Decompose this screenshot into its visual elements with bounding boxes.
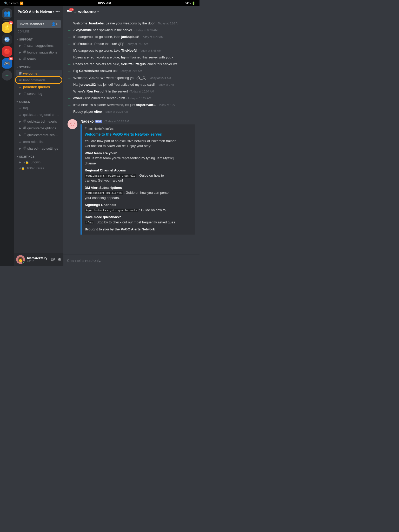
- category-arrow-system: ▼: [16, 66, 18, 69]
- status-bar-search-label: Search: [9, 2, 18, 5]
- channel-hash-icon: #: [19, 105, 22, 110]
- channel-name-100iv-rares: 100iv_rares: [26, 166, 44, 170]
- category-system[interactable]: ▼ SYSTEM: [14, 62, 63, 70]
- battery-label: 94%: [185, 2, 191, 5]
- svg-text:PG: PG: [5, 38, 9, 41]
- server-name: PoGO Alerts Network: [18, 10, 55, 14]
- channel-lounge-suggestions[interactable]: ▶ # lounge_suggestions: [16, 49, 62, 56]
- wifi-icon: 📶: [20, 2, 24, 5]
- notification-badge: 34: [69, 8, 74, 11]
- channel-area-roles[interactable]: # area-roles-list: [16, 138, 62, 145]
- channel-hash-icon: #: [23, 126, 26, 130]
- channel-name-quickstart-dm: quickstart-dm-alerts: [27, 119, 57, 123]
- message-text: dwa95 just joined the server - glhf! · T…: [73, 96, 195, 101]
- channel-bot-commands[interactable]: # bot-commands: [16, 77, 62, 83]
- bot-header: Nadeko BOT · Today at 10:25 AM: [81, 119, 195, 123]
- channel-collapse-arrow: ▶: [19, 44, 21, 47]
- channel-title: # welcome ▼: [74, 9, 99, 14]
- channel-quickstart-sightings[interactable]: ▶ # quickstart-sightings-chan...: [16, 125, 62, 131]
- channel-collapse-arrow: ▶: [19, 92, 21, 95]
- server-icon-pokemon2[interactable]: 🎮 21: [2, 58, 12, 69]
- channel-forms[interactable]: ▶ # forms: [16, 56, 62, 62]
- channel-quickstart-dm[interactable]: ▶ # quickstart-dm-alerts: [16, 118, 62, 125]
- message-text: Big GeraldoNeto showed up! · Today at 9:…: [73, 69, 195, 73]
- channel-collapse-arrow: ▶: [19, 127, 21, 130]
- category-arrow-guides: ▼: [16, 101, 18, 103]
- embed-title: Welcome to the PoGO Alerts Network serve…: [85, 132, 192, 136]
- add-server-button[interactable]: +: [2, 70, 12, 81]
- category-arrow-support: ▼: [16, 38, 18, 41]
- channel-hash-icon: #: [19, 112, 22, 117]
- category-system-label: SYSTEM: [19, 66, 31, 69]
- channel-shared-map[interactable]: ▶ # shared-map-settings: [16, 145, 62, 152]
- channel-dropdown-arrow[interactable]: ▼: [97, 10, 99, 13]
- channel-collapse-arrow: ▶: [19, 58, 21, 61]
- invite-members-button[interactable]: Invite Members 👤+: [17, 20, 61, 28]
- server-icon-pokemon1[interactable]: 🔴: [2, 46, 12, 57]
- join-arrow-icon: →: [68, 83, 71, 87]
- category-arrow-sightings: ▼: [16, 156, 18, 158]
- join-arrow-icon: →: [68, 69, 71, 73]
- bot-tag: BOT: [95, 120, 102, 123]
- server-menu-icon[interactable]: •••: [55, 9, 60, 14]
- svg-point-6: [74, 123, 74, 124]
- embed-from: From: HokiePokeDad: [85, 127, 192, 131]
- channel-hash-icon: #: [23, 50, 26, 55]
- channel-sidebar: PoGO Alerts Network ••• Invite Members 👤…: [14, 6, 63, 266]
- channel-pokedex-queries[interactable]: # pokedex-queries: [16, 83, 62, 90]
- channel-faq[interactable]: # faq: [16, 104, 62, 111]
- channel-hash-icon: #: [23, 132, 26, 137]
- channel-name-forms: forms: [27, 57, 36, 61]
- system-message: → Ready player eltee · Today at 10:25 AM: [68, 109, 195, 115]
- category-guides[interactable]: ▼ GUIDES: [14, 97, 63, 104]
- channel-hash-icon: #: [19, 71, 22, 76]
- channel-server-log[interactable]: ▶ # server-log: [16, 90, 62, 97]
- channel-title-hash: #: [74, 9, 77, 14]
- channel-collapse-arrow: ▶: [19, 134, 21, 136]
- channel-hash-icon: #: [23, 91, 26, 96]
- online-count: 0 ONLINE: [14, 30, 63, 35]
- mention-button[interactable]: @: [51, 257, 55, 262]
- category-support-label: SUPPORT: [19, 38, 33, 41]
- category-support[interactable]: ▼ SUPPORT: [14, 35, 63, 42]
- server-icon-pogo-alerts[interactable]: PG: [2, 34, 12, 45]
- channel-name-server-log: server-log: [27, 92, 42, 96]
- status-bar-right: 94% 🔋: [185, 2, 195, 5]
- channel-collapse-arrow: ▶: [19, 147, 21, 150]
- status-bar-time: 10:27 AM: [97, 1, 111, 5]
- server-icon-jolteon[interactable]: ⭐ 13: [2, 22, 12, 33]
- message-text: Where's Ron Fortich? In the server! · To…: [73, 89, 195, 94]
- message-embed: From: HokiePokeDad Welcome to the PoGO A…: [81, 124, 195, 235]
- channel-unown[interactable]: ▶ #🔒 unown: [16, 159, 62, 165]
- channel-title-name: welcome: [78, 9, 96, 14]
- settings-button[interactable]: ⚙: [58, 257, 61, 262]
- messages-container[interactable]: → Welcome Juankebs. Leave your weapons b…: [63, 17, 200, 255]
- chat-area: 34 # welcome ▼ → Welcome Juankebs. Leave…: [63, 6, 200, 266]
- join-arrow-icon: →: [68, 56, 71, 60]
- channel-collapse-arrow: ▶: [19, 120, 21, 123]
- server-icon-home[interactable]: 👥: [2, 8, 12, 19]
- system-message: → Roses are red, violets are blue, Scruf…: [68, 61, 195, 67]
- channel-100iv-rares[interactable]: #🔒 100iv_rares: [16, 165, 62, 171]
- message-text: It's dangerous to go alone, take jackspl…: [73, 35, 195, 39]
- message-text: It's a bird! It's a plane! Nevermind, it…: [73, 103, 195, 107]
- message-text: Ha! jcrowe182 has joined! You activated …: [73, 82, 195, 87]
- server-badge-jolteon: 13: [9, 21, 13, 24]
- channel-quickstart-stat[interactable]: ▶ # quickstart-stat-scan-list: [16, 131, 62, 138]
- message-text: Welcome, Asuni. We were expecting you (ʘ…: [73, 76, 195, 80]
- channel-welcome[interactable]: # welcome: [16, 70, 62, 77]
- join-arrow-icon: →: [68, 90, 71, 94]
- hamburger-menu-button[interactable]: 34: [67, 10, 72, 13]
- chat-input-bar: Channel is read-only.: [63, 255, 200, 266]
- server-separator: [3, 20, 11, 21]
- message-text: Welcome Juankebs. Leave your weapons by …: [73, 21, 195, 26]
- user-avatar: 👩: [16, 255, 25, 264]
- channel-scan-suggestions[interactable]: ▶ # scan-suggestions: [16, 42, 62, 49]
- chat-input-placeholder: Channel is read-only.: [67, 258, 101, 263]
- channel-quickstart-regional[interactable]: # quickstart-regional-chann...: [16, 111, 62, 118]
- online-status-dot: [22, 261, 25, 264]
- channel-hash-icon: #🔒: [19, 167, 25, 170]
- category-sightings[interactable]: ▼ SIGHTINGS: [14, 152, 63, 159]
- user-info: bismarckfairy #6313: [27, 256, 49, 263]
- system-message: → It's dangerous to go alone, take jacks…: [68, 34, 195, 40]
